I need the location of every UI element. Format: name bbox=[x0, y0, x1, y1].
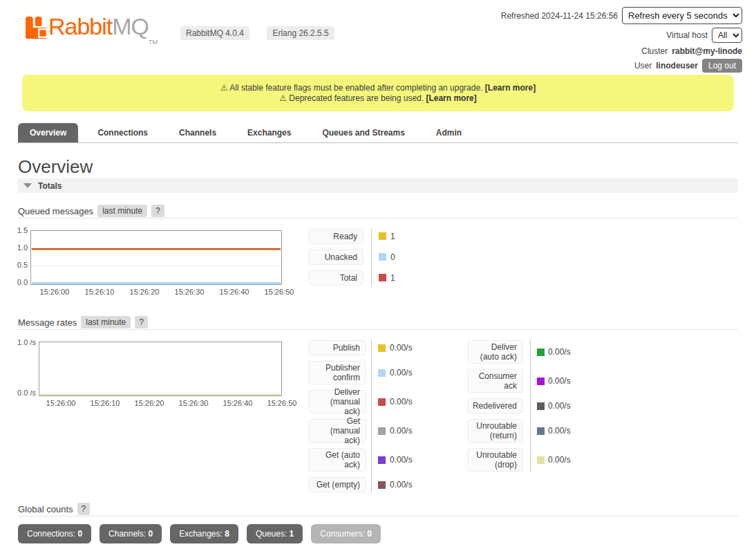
cluster-label: Cluster bbox=[641, 46, 668, 56]
legend-label-redelivered: Redelivered bbox=[467, 398, 523, 413]
gridline bbox=[31, 266, 281, 267]
x-tick: 15:26:20 bbox=[128, 399, 171, 407]
y-tick: 0.5 bbox=[12, 261, 28, 269]
legend-label-unroutable-return: Unroutable (return) bbox=[467, 419, 523, 443]
legend-label-consumer-ack: Consumer ack bbox=[467, 369, 523, 393]
legend-divider bbox=[530, 339, 531, 472]
rates-help-icon[interactable]: ? bbox=[135, 316, 148, 328]
queued-messages-chart: 15:26:00 15:26:10 15:26:20 15:26:30 15:2… bbox=[30, 230, 282, 285]
totals-section-label: Totals bbox=[38, 181, 62, 191]
get-auto-ack-rate: 0.00/s bbox=[390, 455, 413, 465]
y-tick: 0.0 bbox=[12, 278, 28, 286]
legend-label-get-empty: Get (empty) bbox=[308, 477, 366, 492]
get-auto-ack-swatch bbox=[378, 456, 386, 464]
erlang-version-badge: Erlang 26.2.5.5 bbox=[267, 26, 334, 40]
global-counts-buttons: Connections: 0 Channels: 0 Exchanges: 8 … bbox=[18, 524, 381, 543]
version-badges: RabbitMQ 4.0.4 Erlang 26.2.5.5 bbox=[180, 26, 350, 40]
unroutable-return-swatch bbox=[537, 427, 545, 435]
totals-section-toggle[interactable]: Totals bbox=[18, 178, 738, 193]
ready-swatch bbox=[379, 232, 386, 240]
zero-rate-line bbox=[40, 394, 281, 396]
legend-label-ready: Ready bbox=[308, 229, 363, 244]
deliver-manual-ack-swatch bbox=[378, 398, 386, 406]
rabbitmq-version-badge: RabbitMQ 4.0.4 bbox=[180, 26, 249, 40]
exchanges-count-button[interactable]: Exchanges: 8 bbox=[170, 524, 238, 543]
total-series-line bbox=[32, 248, 281, 250]
total-swatch bbox=[379, 274, 386, 281]
get-empty-rate: 0.00/s bbox=[390, 480, 413, 490]
legend-divider bbox=[371, 228, 372, 287]
refresh-row: Refreshed 2024-11-24 15:26:56 Refresh ev… bbox=[501, 7, 742, 24]
deliver-auto-ack-swatch bbox=[537, 348, 545, 356]
page-title: Overview bbox=[18, 156, 93, 178]
x-tick: 15:26:00 bbox=[33, 288, 76, 296]
queued-help-icon[interactable]: ? bbox=[151, 205, 164, 217]
x-tick: 15:26:00 bbox=[39, 399, 82, 407]
refresh-interval-select[interactable]: Refresh every 5 seconds bbox=[622, 7, 742, 24]
rates-range-badge[interactable]: last minute bbox=[81, 316, 131, 328]
legend-divider bbox=[371, 339, 372, 493]
x-tick: 15:26:30 bbox=[168, 288, 211, 296]
publish-rate: 0.00/s bbox=[390, 343, 413, 353]
y-tick: 1.0 bbox=[12, 243, 28, 252]
legend-label-publish: Publish bbox=[308, 340, 366, 355]
y-tick: 0.0 /s bbox=[10, 389, 36, 397]
x-tick: 15:26:40 bbox=[216, 399, 259, 407]
unacked-series-line bbox=[32, 282, 281, 284]
tab-overview[interactable]: Overview bbox=[18, 123, 78, 142]
unroutable-return-rate: 0.00/s bbox=[548, 426, 571, 436]
cluster-row: Cluster rabbit@my-linode bbox=[641, 46, 742, 56]
x-tick: 15:26:50 bbox=[258, 288, 301, 296]
publisher-confirm-rate: 0.00/s bbox=[390, 368, 413, 378]
legend-label-deliver-auto-ack: Deliver (auto ack) bbox=[467, 340, 523, 364]
message-rates-chart: 15:26:00 15:26:10 15:26:20 15:26:30 15:2… bbox=[39, 342, 282, 396]
feature-flags-warning: ⚠ All stable feature flags must be enabl… bbox=[220, 83, 536, 93]
tab-connections[interactable]: Connections bbox=[86, 123, 160, 142]
unacked-count: 0 bbox=[390, 252, 395, 262]
main-tabs: Overview Connections Channels Exchanges … bbox=[18, 122, 738, 143]
get-manual-ack-rate: 0.00/s bbox=[390, 426, 413, 436]
x-tick: 15:26:10 bbox=[78, 288, 121, 296]
deliver-manual-ack-rate: 0.00/s bbox=[390, 397, 413, 407]
virtual-host-row: Virtual host All bbox=[666, 28, 742, 43]
queued-messages-heading: Queued messages last minute ? bbox=[18, 204, 738, 218]
x-tick: 15:26:30 bbox=[172, 399, 215, 407]
deprecated-features-warning: ⚠ Deprecated features are being used. [L… bbox=[279, 93, 477, 104]
x-tick: 15:26:20 bbox=[123, 288, 166, 296]
global-counts-help-icon[interactable]: ? bbox=[77, 503, 91, 515]
x-tick: 15:26:50 bbox=[261, 399, 303, 407]
refreshed-timestamp: Refreshed 2024-11-24 15:26:56 bbox=[501, 11, 618, 21]
tab-admin[interactable]: Admin bbox=[424, 123, 473, 142]
queues-count-button[interactable]: Queues: 1 bbox=[247, 524, 303, 543]
get-empty-swatch bbox=[378, 481, 386, 489]
deprecated-learn-more-link[interactable]: [Learn more] bbox=[426, 93, 476, 103]
legend-label-get-auto-ack: Get (auto ack) bbox=[308, 448, 366, 472]
y-tick: 1.5 bbox=[12, 226, 28, 234]
user-row: User linodeuser Log out bbox=[634, 59, 742, 73]
connections-count-button[interactable]: Connections: 0 bbox=[18, 524, 91, 543]
unroutable-drop-rate: 0.00/s bbox=[548, 455, 571, 465]
redelivered-rate: 0.00/s bbox=[548, 401, 571, 411]
channels-count-button[interactable]: Channels: 0 bbox=[100, 524, 162, 543]
tab-queues-and-streams[interactable]: Queues and Streams bbox=[310, 123, 416, 142]
legend-label-unacked: Unacked bbox=[308, 250, 363, 265]
warning-icon: ⚠ All stable feature flags must be enabl… bbox=[220, 83, 483, 93]
consumer-ack-rate: 0.00/s bbox=[548, 376, 571, 386]
tab-channels[interactable]: Channels bbox=[167, 123, 228, 142]
logout-button[interactable]: Log out bbox=[702, 59, 742, 73]
legend-label-unroutable-drop: Unroutable (drop) bbox=[467, 448, 523, 472]
tab-exchanges[interactable]: Exchanges bbox=[236, 123, 303, 142]
queued-messages-title: Queued messages bbox=[18, 206, 93, 216]
get-manual-ack-swatch bbox=[378, 427, 386, 435]
user-label: User bbox=[634, 61, 652, 71]
unacked-swatch bbox=[379, 253, 386, 261]
publish-swatch bbox=[378, 344, 386, 352]
queued-range-badge[interactable]: last minute bbox=[97, 205, 147, 217]
redelivered-swatch bbox=[537, 402, 545, 410]
consumers-count-button[interactable]: Consumers: 0 bbox=[311, 524, 381, 543]
legend-label-get-manual-ack: Get (manual ack) bbox=[308, 419, 366, 443]
virtual-host-select[interactable]: All bbox=[712, 28, 742, 43]
rabbitmq-logo[interactable]: RabbitMQTM bbox=[25, 12, 158, 56]
feature-flags-learn-more-link[interactable]: [Learn more] bbox=[485, 83, 536, 93]
message-rates-title: Message rates bbox=[18, 317, 77, 328]
